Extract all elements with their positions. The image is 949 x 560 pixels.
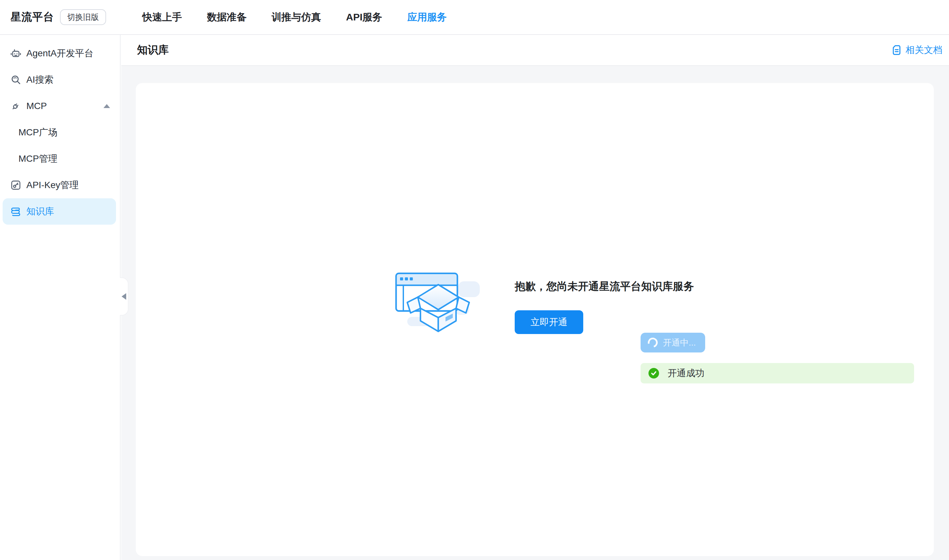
knowledge-base-card: 抱歉，您尚未开通星流平台知识库服务 立即开通 开通中... 开通成功 (136, 83, 934, 556)
nav-item-data-prep[interactable]: 数据准备 (207, 11, 246, 24)
chevron-up-icon[interactable] (103, 104, 110, 108)
sidebar-item-mcp[interactable]: MCP (3, 93, 116, 119)
success-toast-label: 开通成功 (668, 367, 704, 380)
content-area: 知识库 相关文档 (121, 35, 949, 560)
related-docs-link[interactable]: 相关文档 (891, 44, 943, 56)
plug-icon (11, 101, 21, 111)
key-icon (11, 180, 21, 191)
sidebar-item-api-key[interactable]: API-Key管理 (3, 172, 116, 198)
content-header: 知识库 相关文档 (121, 35, 949, 66)
empty-state-title: 抱歉，您尚未开通星流平台知识库服务 (515, 279, 694, 294)
sidebar-item-agenta[interactable]: AgentA开发平台 (3, 40, 116, 66)
books-icon (11, 206, 21, 217)
sidebar-item-ai-search[interactable]: AI搜索 (3, 66, 116, 93)
nav-item-quick-start[interactable]: 快速上手 (142, 11, 182, 24)
sidebar-item-label: MCP (26, 101, 47, 111)
brand-logo: 星流平台 (11, 10, 54, 25)
activating-toast-label: 开通中... (663, 337, 696, 349)
sidebar-item-knowledge-base[interactable]: 知识库 (3, 198, 116, 225)
sidebar-item-mcp-manage[interactable]: MCP管理 (3, 146, 116, 172)
nav-item-api-service[interactable]: API服务 (346, 11, 382, 24)
nav-item-app-service[interactable]: 应用服务 (407, 11, 447, 24)
search-icon (11, 74, 21, 85)
switch-old-version-button[interactable]: 切换旧版 (60, 9, 106, 25)
page-title: 知识库 (137, 43, 169, 57)
sidebar-item-label: MCP管理 (18, 152, 57, 165)
success-toast: 开通成功 (641, 363, 914, 383)
topbar: 星流平台 切换旧版 快速上手 数据准备 训推与仿真 API服务 应用服务 (0, 0, 949, 35)
sidebar-item-label: MCP广场 (18, 126, 57, 139)
robot-icon (11, 48, 21, 58)
success-check-icon (649, 368, 659, 378)
empty-state-illustration (394, 271, 482, 337)
top-nav: 快速上手 数据准备 训推与仿真 API服务 应用服务 (142, 11, 447, 24)
sidebar-item-label: AI搜索 (26, 74, 53, 86)
sidebar-item-label: API-Key管理 (26, 179, 79, 191)
activating-toast: 开通中... (641, 333, 705, 352)
document-icon (891, 45, 902, 56)
nav-item-train-sim[interactable]: 训推与仿真 (271, 11, 321, 24)
sidebar-item-mcp-market[interactable]: MCP广场 (3, 119, 116, 146)
sidebar: AgentA开发平台 AI搜索 (0, 35, 120, 560)
sidebar-item-label: 知识库 (26, 205, 54, 218)
app-root: 星流平台 切换旧版 快速上手 数据准备 训推与仿真 API服务 应用服务 (0, 0, 949, 560)
activate-now-button[interactable]: 立即开通 (515, 310, 583, 334)
collapse-left-icon (122, 293, 126, 300)
loading-spinner-icon (646, 336, 660, 349)
related-docs-label: 相关文档 (906, 44, 943, 56)
sidebar-item-label: AgentA开发平台 (26, 47, 94, 60)
sidebar-collapse-handle[interactable] (120, 277, 128, 315)
